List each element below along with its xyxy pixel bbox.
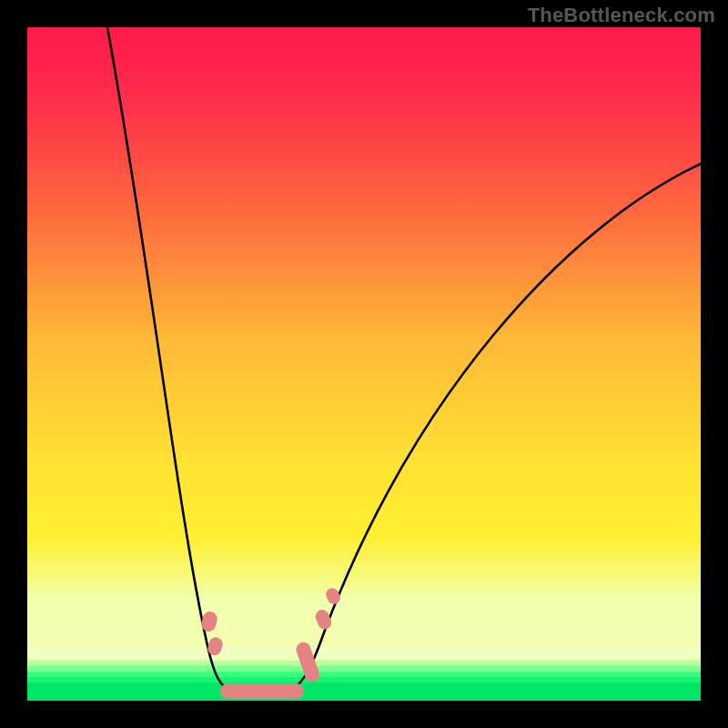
band-pale: [27, 646, 701, 661]
chart-frame: TheBottleneck.com: [0, 0, 728, 728]
gradient-background: [27, 27, 701, 650]
baseline-strip: [27, 682, 701, 701]
marker-bottom-bar: [220, 683, 304, 699]
bottleneck-chart: [27, 27, 701, 701]
watermark-text: TheBottleneck.com: [528, 4, 715, 27]
band-lightgreen-2: [27, 666, 701, 672]
band-lightgreen-1: [27, 661, 701, 666]
band-green-1: [27, 672, 701, 677]
band-green-2: [27, 677, 701, 682]
